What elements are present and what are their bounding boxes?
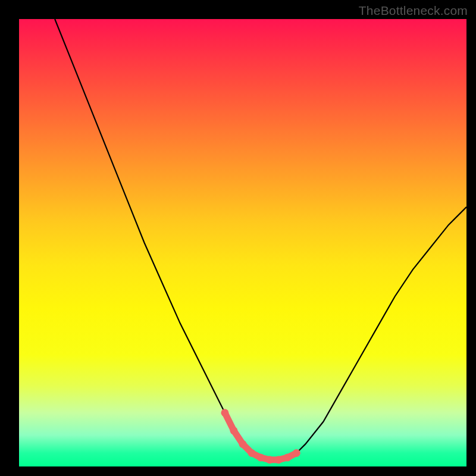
highlight-dot — [284, 453, 292, 461]
highlight-dot — [221, 409, 228, 416]
highlight-dot — [230, 427, 237, 434]
highlight-dot — [239, 440, 247, 448]
main-curve — [55, 19, 466, 460]
watermark: TheBottleneck.com — [359, 4, 468, 18]
plot-area — [19, 19, 466, 466]
highlight-group — [221, 409, 300, 464]
chart-svg — [19, 19, 466, 466]
highlight-dot — [257, 453, 265, 461]
highlight-curve — [225, 413, 296, 460]
curve-group — [55, 19, 466, 460]
highlight-dot — [248, 449, 256, 457]
highlight-dot — [293, 449, 300, 457]
chart-container: TheBottleneck.com — [0, 0, 476, 476]
highlight-dot — [275, 456, 283, 464]
highlight-dot — [266, 456, 274, 464]
